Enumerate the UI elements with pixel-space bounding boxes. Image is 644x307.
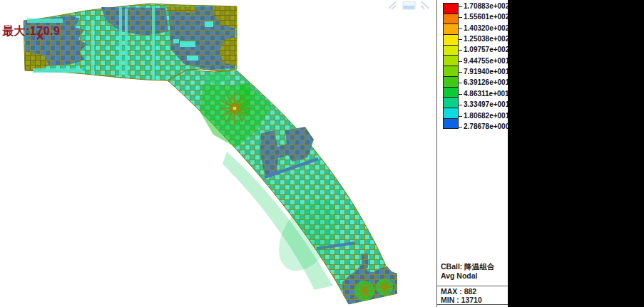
result-info: CBall: 降温组合 Avg Nodal [441, 262, 494, 280]
view-arrow-left-icon[interactable] [389, 1, 396, 9]
legend-value: 4.86311e+001 [464, 90, 509, 98]
legend-swatch [444, 77, 458, 88]
legend-value: 1.09757e+002 [464, 46, 509, 54]
legend-swatch [444, 24, 458, 35]
legend-scale [443, 3, 459, 129]
legend-swatch [444, 98, 458, 108]
legend-value: 7.91940e+001 [464, 68, 509, 76]
min-id-label: MIN : 13710 [441, 296, 482, 304]
legend-value: 2.78678e+000 [464, 123, 509, 131]
max-id-label: MAX : 882 [441, 287, 482, 296]
right-black-region [508, 0, 644, 307]
legend-swatch [444, 14, 458, 25]
legend-value: 3.33497e+001 [464, 100, 509, 109]
fea-model-canvas [0, 0, 508, 307]
viewport-box-icon[interactable] [403, 1, 415, 9]
model-viewport[interactable]: 最大:170.9 [0, 0, 508, 307]
minmax-box: MAX : 882 MIN : 13710 [441, 287, 482, 304]
averaging-label: Avg Nodal [441, 271, 494, 281]
legend-swatch [444, 108, 458, 119]
legend-swatch [444, 56, 458, 66]
legend-value: 1.80682e+001 [464, 112, 509, 120]
legend-value: 9.44755e+001 [464, 57, 509, 66]
info-divider-bottom [437, 304, 508, 305]
arc-band-mesh [168, 70, 397, 304]
legend-value: 1.70883e+002 [464, 2, 509, 11]
info-divider-top [437, 286, 508, 286]
max-value-annotation: 最大:170.9 [2, 24, 60, 39]
legend-value: 1.25038e+002 [464, 35, 509, 43]
legend-value: 1.40320e+002 [464, 24, 509, 33]
legend-swatch [444, 66, 458, 77]
legend-swatch [444, 4, 458, 14]
top-slab-mesh [24, 4, 237, 80]
legend-value: 1.55601e+002 [464, 13, 509, 21]
legend-panel: 1.70883e+0021.55601e+0021.40320e+0021.25… [436, 0, 508, 307]
legend-swatch [444, 119, 458, 129]
legend-value: 6.39126e+001 [464, 78, 509, 87]
legend-swatch [444, 46, 458, 56]
legend-swatch [444, 35, 458, 46]
legend-swatch [444, 88, 458, 98]
output-set-label: CBall: 降温组合 [441, 262, 494, 271]
view-arrow-right-icon[interactable] [421, 1, 429, 9]
